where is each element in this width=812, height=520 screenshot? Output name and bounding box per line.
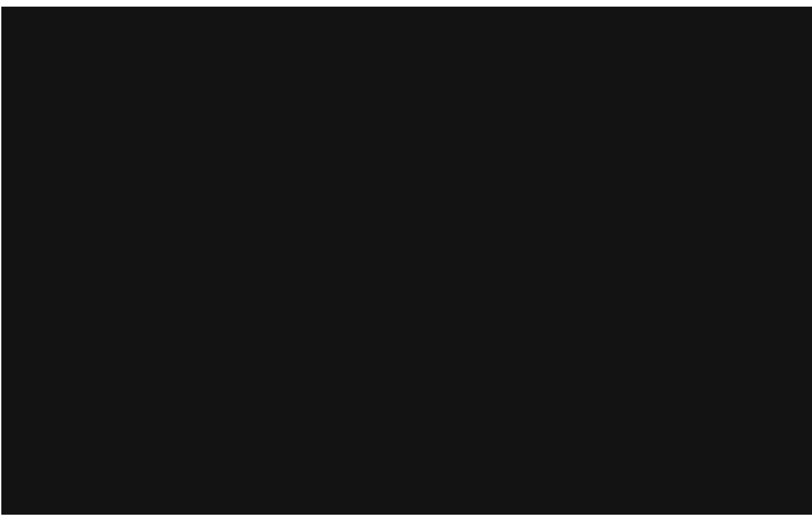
grafana-dashboard — [1, 7, 812, 515]
dashboard-page — [0, 0, 812, 520]
